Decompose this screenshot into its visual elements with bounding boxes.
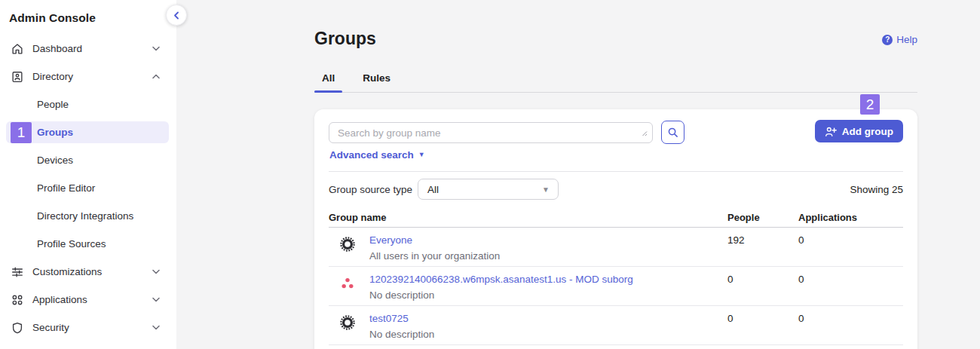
- group-type-icon: [339, 275, 356, 292]
- sidebar-item-label: Groups: [37, 127, 73, 138]
- showing-count: Showing 25: [850, 184, 903, 195]
- table-row: test0725 No description 0 0: [329, 306, 903, 345]
- add-group-label: Add group: [842, 126, 893, 137]
- group-type-icon: [339, 236, 356, 253]
- caret-down-icon: ▼: [542, 185, 550, 194]
- col-applications: Applications: [798, 212, 903, 223]
- chevron-down-icon: [152, 269, 160, 274]
- sidebar-item-label: Profile Sources: [37, 238, 106, 250]
- group-description: All users in your organization: [369, 250, 727, 262]
- tab-all[interactable]: All: [314, 72, 342, 92]
- people-count: 0: [727, 272, 798, 301]
- main-area: Groups ? Help All Rules: [176, 0, 980, 349]
- search-icon: [667, 127, 678, 138]
- sidebar-item-label: Customizations: [32, 266, 102, 277]
- sidebar-nav: Dashboard Directory People Gr: [0, 35, 176, 341]
- sidebar-item-label: Dashboard: [32, 43, 82, 54]
- app-title: Admin Console: [0, 0, 176, 35]
- annotation-step-1: 1: [11, 122, 32, 143]
- chevron-up-icon: [152, 74, 160, 79]
- source-type-value: All: [427, 184, 439, 195]
- applications-count: 0: [798, 233, 903, 262]
- sidebar-item-label: Profile Editor: [37, 182, 95, 194]
- help-label: Help: [896, 34, 917, 45]
- chevron-down-icon: [152, 297, 160, 302]
- source-type-select[interactable]: All ▼: [418, 179, 559, 200]
- sidebar-item-directory[interactable]: Directory: [0, 63, 176, 90]
- chevron-down-icon: [152, 325, 160, 330]
- advanced-search-link[interactable]: Advanced search ▼: [329, 149, 425, 161]
- add-group-button[interactable]: Add group: [815, 120, 903, 142]
- table-row: test team 2 0 0: [329, 345, 903, 349]
- sidebar-item-label: Security: [32, 322, 69, 333]
- groups-card: Add group Advanced search ▼ Group source…: [314, 109, 917, 349]
- directory-icon: [10, 69, 24, 84]
- sidebar-item-devices[interactable]: Devices: [0, 146, 176, 174]
- sidebar-item-label: Devices: [37, 155, 73, 166]
- table-row: 1202392140066238.w6mpsk.asanatest1.us - …: [329, 267, 903, 306]
- sidebar-item-dashboard[interactable]: Dashboard: [0, 35, 176, 63]
- source-type-label: Group source type: [329, 184, 412, 195]
- help-icon: ?: [882, 35, 893, 45]
- customizations-icon: [10, 265, 24, 279]
- sidebar-item-label: People: [37, 99, 69, 110]
- sidebar-item-label: Directory Integrations: [37, 210, 133, 222]
- group-name-link[interactable]: 1202392140066238.w6mpsk.asanatest1.us - …: [369, 272, 633, 285]
- sidebar-item-applications[interactable]: Applications: [0, 286, 176, 314]
- applications-count: 0: [798, 272, 903, 301]
- tab-rules[interactable]: Rules: [355, 72, 398, 92]
- admin-console-screen: Admin Console Dashboard Directory: [0, 0, 980, 349]
- resize-grip-icon[interactable]: [641, 126, 648, 139]
- applications-count: 0: [798, 311, 903, 340]
- people-count: 192: [727, 233, 798, 262]
- sidebar-item-label: Directory: [32, 71, 73, 82]
- sidebar-item-customizations[interactable]: Customizations: [0, 258, 176, 286]
- col-people: People: [727, 212, 798, 223]
- advanced-search-label: Advanced search: [329, 149, 414, 161]
- group-name-link[interactable]: test0725: [369, 311, 409, 324]
- table-row: Everyone All users in your organization …: [329, 228, 903, 267]
- sidebar-collapse-button[interactable]: [166, 5, 187, 26]
- help-link[interactable]: ? Help: [882, 34, 917, 45]
- table-body: Everyone All users in your organization …: [329, 228, 903, 349]
- group-type-icon: [339, 314, 356, 331]
- page-title: Groups: [314, 29, 376, 49]
- sidebar: Admin Console Dashboard Directory: [0, 0, 176, 349]
- group-name-link[interactable]: Everyone: [369, 233, 412, 246]
- add-user-icon: [825, 126, 837, 137]
- annotation-step-2: 2: [860, 94, 880, 115]
- search-button[interactable]: [661, 121, 684, 144]
- group-description: No description: [369, 329, 727, 340]
- security-shield-icon: [10, 320, 24, 335]
- table-header: Group name People Applications: [329, 208, 903, 228]
- home-icon: [10, 41, 24, 56]
- sidebar-item-people[interactable]: People: [0, 90, 176, 118]
- search-input[interactable]: [329, 122, 653, 143]
- sidebar-item-profile-editor[interactable]: Profile Editor: [0, 174, 176, 202]
- people-count: 0: [727, 311, 798, 340]
- caret-down-icon: ▼: [418, 152, 425, 158]
- sidebar-item-security[interactable]: Security: [0, 314, 176, 341]
- tab-bar: All Rules: [314, 72, 917, 93]
- sidebar-item-directory-integrations[interactable]: Directory Integrations: [0, 202, 176, 230]
- chevron-down-icon: [152, 46, 160, 51]
- col-group-name: Group name: [329, 212, 727, 223]
- group-description: No description: [369, 289, 727, 301]
- applications-icon: [10, 292, 24, 307]
- sidebar-item-label: Applications: [32, 294, 87, 305]
- chevron-left-icon: [173, 11, 179, 20]
- sidebar-item-profile-sources[interactable]: Profile Sources: [0, 230, 176, 258]
